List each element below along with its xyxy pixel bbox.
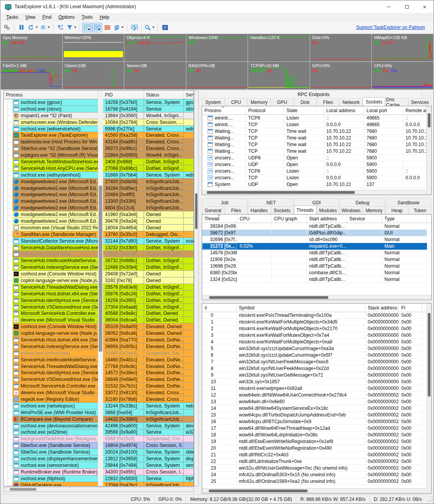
tab-network[interactable]: Network (340, 98, 362, 106)
process-detail-row[interactable]: 5568 [0x15c0]Suspended, Cro... (103, 436, 194, 442)
threads-header-cpu-graph[interactable]: CPU graph (272, 214, 307, 223)
stack-row[interactable]: 12wow64win.dll!NtWow64UserConnectHook+0x… (202, 392, 431, 399)
graph-cell-fileio-1-mb[interactable]: FileIO<1 MB869 KB857 KB7 KB (1, 62, 62, 89)
socket-row[interactable]: wininit....TCPListen0.0.0.0496650.0.0.0 (202, 122, 431, 128)
tab-memory[interactable]: Memory (248, 98, 270, 106)
process-detail-row[interactable]: 31160 [0x79b8]Elevated, Cross ... (103, 396, 194, 403)
process-column-header[interactable]: Process (4, 91, 98, 99)
patreon-link[interactable]: Support TaskExplorer on Patreon (356, 25, 425, 30)
process-detail-row[interactable]: 34300 [0x85fc]Cross Session, I... (103, 469, 194, 475)
process-row[interactable]: ServiceHub.Host.dotnet.x64.exe (Ser... (4, 337, 98, 343)
thread-row[interactable]: 31272 [0x...0.02%mspaint1.exe+0...Main (202, 243, 431, 250)
tab-system[interactable]: System (202, 98, 224, 106)
process-horizontal-scrollbar[interactable] (4, 487, 194, 492)
process-row[interactable]: svchost.exe (wdisystemhost) (4, 172, 98, 179)
close-button[interactable]: × (416, 0, 434, 13)
process-detail-row[interactable]: 33072 [0x8130]Elevated, Cross ... (103, 390, 194, 396)
process-detail-row[interactable]: 13912 [0x3658]Service, Systemdispla (103, 456, 194, 462)
stack-row[interactable]: 3ntoskrnl.exe!KeWaitForMutexObject+0x7a4… (202, 332, 431, 339)
sockets-horizontal-scrollbar[interactable] (202, 190, 427, 195)
menu-item-view[interactable]: View (22, 14, 39, 21)
process-row[interactable]: svchost.exe (gpsvc) (4, 99, 98, 106)
process-row[interactable]: msedgewebview2.exe (Microsoft Ed... (4, 211, 98, 218)
stack-row[interactable]: 17wow64.dll!Wow64FreeThreadHeap+0x12ad0x… (202, 425, 431, 432)
tab-files[interactable]: Files (225, 206, 247, 214)
process-row[interactable]: backgroundTaskHost.exe (Backgrou... (4, 436, 98, 442)
process-row[interactable]: msvsmon.exe (Visual Studio 2022 Re... (4, 225, 98, 231)
threads-horizontal-scrollbar[interactable] (202, 295, 431, 300)
thread-row[interactable]: 32696 [0x7f...sti.dll+0xc090Normal (202, 236, 431, 243)
refresh-button[interactable] (27, 23, 39, 32)
stack-row[interactable]: 21ntdll.dll!RtlCrc32+0x4b30x0000000002a8… (202, 452, 431, 458)
stack-horizontal-scrollbar[interactable] (202, 488, 427, 493)
process-row[interactable]: SbieSvc.exe (Sandboxie Service) (4, 449, 98, 456)
tab--net[interactable]: .NET (248, 198, 293, 206)
pid-column-header[interactable]: PID (103, 91, 144, 99)
process-detail-row[interactable]: 39476 [0x9a34]Owned (103, 218, 194, 225)
process-detail-row[interactable]: 41560 [0xa258]Elevated, Cross ... (103, 132, 194, 139)
process-detail-row[interactable]: 14432 [0x3860]InSignificantJob... (103, 416, 194, 423)
stack-row[interactable]: 18wow64.dll!Wow64LdrpInitialize+0x38c0x0… (202, 432, 431, 438)
process-detail-row[interactable]: 3668 [0xe54]InSignificantJob... (103, 409, 194, 416)
process-detail-row[interactable]: 13232 [0x33b0]DotNet, InSignif... (103, 245, 194, 251)
menu-item-tools[interactable]: Tools (78, 14, 96, 21)
task-panel-toggle[interactable] (92, 23, 102, 32)
thread-row[interactable]: 10696 [0x29...ntdll.dll!TpCallb...Normal (202, 263, 431, 270)
process-row[interactable]: svchost.exe (netsetupsvc) (4, 403, 98, 409)
threads-header-start-address[interactable]: Start address (307, 214, 347, 223)
process-row[interactable]: BCompare.exe (Beyond Compare) (4, 416, 98, 423)
socket-row[interactable]: Waiting...TCPTime wait10.70.10.22768010.… (202, 141, 431, 148)
process-detail-row[interactable]: 39372 [0x99cc]Elevated, Cross ... (103, 145, 194, 152)
tree-view-button[interactable] (55, 23, 66, 32)
tab-memory[interactable]: Memory (363, 206, 385, 214)
graph-cell-memory-25-[interactable]: Memory=25% (63, 34, 124, 61)
socket-row[interactable]: Waiting...TCPTime wait10.70.10.22768010.… (202, 128, 431, 135)
process-row[interactable]: SandMan.exe (Sandboxie Manager) (4, 231, 98, 238)
process-detail-row[interactable]: 31532 [0x7b2c]Elevated, DotNe... (103, 383, 194, 390)
process-detail-row[interactable]: 16256 [0x3f80]DotNet, InSignif... (103, 297, 194, 304)
process-row[interactable]: Microsoft.ServiceHub.Controller.exe ... (4, 311, 98, 317)
threads-header-type[interactable]: Type (382, 214, 427, 223)
process-detail-row[interactable]: 17084 [0x42bc]InSignificantJob... (103, 482, 194, 486)
stack-row[interactable]: 11ntoskrnl.exe!setjmpex+0x92a80x00000000… (202, 385, 431, 392)
monitor-button[interactable] (129, 23, 139, 32)
system-panel-toggle[interactable] (82, 23, 92, 32)
process-row[interactable]: ServiceHub.ThreadedWaitDialog.exe ... (4, 363, 98, 370)
process-row[interactable]: ServiceHub.IdentityHost.exe (Service... (4, 297, 98, 304)
stack-row[interactable]: 16wow64cpu.dll!BTCpuSimulate+0x90x000000… (202, 418, 431, 425)
process-row[interactable]: svchost.exe (displayenhancementser... (4, 456, 98, 462)
maximize-button[interactable] (398, 0, 416, 13)
stack-header-stack-address[interactable]: Stack address (365, 304, 399, 312)
process-detail-row[interactable]: 42864 [0xa770]Elevated, DotNe... (103, 337, 194, 343)
settings-button[interactable] (2, 23, 12, 32)
process-row[interactable]: WmiPrvSE.exe (WMI Provider Host) (4, 409, 98, 416)
stack-row[interactable]: 10win32k.sys+0x18570x000000000000...0x00 (202, 379, 431, 385)
process-detail-row[interactable]: 14572 [0x38ec]Elevated, DotNe... (103, 370, 194, 377)
stack-row[interactable]: 4ntoskrnl.exe!KeWaitForMultipleObjects+0… (202, 339, 431, 345)
process-row[interactable]: C:conhost.exe (Console Window Host) (4, 271, 98, 277)
process-row[interactable]: msedgewebview2.exe (Microsoft Ed... (4, 185, 98, 192)
graph-cell-cpu-5-[interactable]: CPU=5%0%4%0% (372, 62, 433, 89)
process-row[interactable]: ServiceHub.ThreadedWaitDialog.exe ... (4, 284, 98, 291)
process-detail-row[interactable]: 41960 [0xa3e8]Owned (103, 211, 194, 218)
sockets-header-local-address[interactable]: Local address (324, 106, 364, 114)
service-column-header[interactable]: Service (184, 91, 194, 99)
process-row[interactable]: C:conhost.exe (Console Window Host) (4, 323, 98, 330)
process-detail-row[interactable]: 10084 [0x2764]Cross Session, ... (103, 119, 194, 126)
sockets-header-local-port[interactable]: Local port (364, 106, 403, 114)
process-row[interactable]: SbieSvc.exe *32 (Sandboxie Service) (4, 145, 98, 152)
stack-row[interactable]: 7win32kfull.sys!NtUserPeekMessage+0xec60… (202, 359, 431, 365)
sockets-header-protocol[interactable]: Protocol (246, 106, 284, 114)
process-detail-row[interactable]: 22864 [0x5950]Wow64, InSigni... (103, 152, 194, 159)
stack-row[interactable]: 9win32kfull.sys!NtUserGetMessage+0x720x0… (202, 372, 431, 379)
graph-cell-tcp-ip-10-mb[interactable]: TCP/IP<10 MB282 KB0B (248, 62, 309, 89)
process-row[interactable]: GitHubDesktop.exe (4, 482, 98, 486)
process-row[interactable]: ServiceHub.TestWindowStoreHost.ex... (4, 159, 98, 165)
graph-cell-mmapio-195-kb[interactable]: MMapIO<195 KB0B12 KB (372, 34, 433, 61)
graph-cell-ras-vpn-0b[interactable]: RAS/VPN<0B0B0B (187, 62, 248, 89)
tab-debug[interactable]: Debug (340, 198, 385, 206)
threads-header-cpu[interactable]: CPU (237, 214, 272, 223)
thread-row[interactable]: 39284 [0x99...ntdll.dll!TpCallb...Normal (202, 223, 431, 230)
process-row[interactable]: ServiceHub.VSDetouredHost.exe (Ser... (4, 376, 98, 383)
tab-sandboxie[interactable]: Sandboxie (386, 198, 431, 206)
